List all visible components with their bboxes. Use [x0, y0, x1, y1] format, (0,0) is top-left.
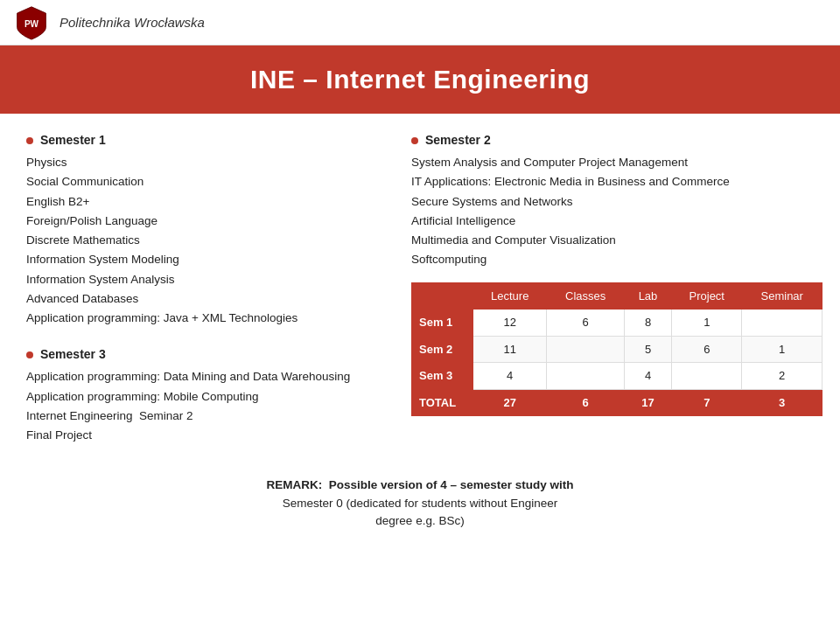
list-item: English B2+ — [26, 192, 385, 212]
cell-classes: 6 — [547, 310, 624, 337]
row-label: Sem 1 — [412, 310, 473, 337]
cell-project: 6 — [672, 336, 742, 363]
university-name: Politechnika Wrocławska — [60, 15, 205, 30]
cell-project: 1 — [672, 310, 742, 337]
table-row-total: TOTAL 27 6 17 7 3 — [412, 389, 822, 416]
remark-text: REMARK: Possible version of 4 – semester… — [26, 476, 814, 530]
cell-seminar: 1 — [742, 336, 822, 363]
cell-classes-total: 6 — [547, 389, 624, 416]
list-item: Application programming: Data Mining and… — [26, 367, 385, 386]
list-item: Secure Systems and Networks — [411, 192, 822, 212]
cell-project — [672, 363, 742, 390]
title-banner: INE – Internet Engineering — [0, 45, 840, 114]
remark-line2: Semester 0 (dedicated for students witho… — [283, 497, 557, 510]
list-item: Discrete Mathematics — [26, 231, 385, 250]
row-label: Sem 3 — [412, 363, 473, 390]
list-item: Artificial Intelligence — [411, 212, 822, 231]
row-label-total: TOTAL — [412, 389, 473, 416]
cell-lab: 5 — [624, 336, 671, 363]
cell-lab: 4 — [624, 363, 671, 390]
main-content: Semester 1 Physics Social Communication … — [0, 114, 840, 463]
remark-bold: REMARK: Possible version of 4 – semester… — [266, 478, 573, 491]
semester-2-header: Semester 2 — [411, 131, 822, 150]
cell-lecture: 12 — [473, 310, 547, 337]
cell-project-total: 7 — [672, 389, 742, 416]
semester-1-label: Semester 1 — [40, 131, 106, 150]
page-title: INE – Internet Engineering — [18, 65, 822, 94]
cell-lab-total: 17 — [624, 389, 671, 416]
left-column: Semester 1 Physics Social Communication … — [0, 114, 402, 463]
cell-classes — [547, 363, 624, 390]
list-item: Application programming: Mobile Computin… — [26, 387, 385, 407]
cell-lecture-total: 27 — [473, 389, 547, 416]
table-row: Sem 3 4 4 2 — [412, 363, 822, 390]
list-item: Social Communication — [26, 172, 385, 191]
cell-seminar-total: 3 — [742, 389, 822, 416]
list-item: Final Project — [26, 426, 385, 445]
table-header-row: Lecture Classes Lab Project Seminar — [412, 282, 822, 310]
page: PW Politechnika Wrocławska INE – Interne… — [0, 0, 840, 626]
list-item: System Analysis and Computer Project Man… — [411, 153, 822, 172]
col-header-seminar: Seminar — [742, 282, 822, 310]
remark-line3: degree e.g. BSc) — [375, 514, 464, 527]
col-header-lecture: Lecture — [473, 282, 547, 310]
university-logo: PW — [14, 5, 49, 40]
row-label: Sem 2 — [412, 336, 473, 363]
credits-table: Lecture Classes Lab Project Seminar Sem … — [411, 282, 822, 417]
table-row: Sem 2 11 5 6 1 — [412, 336, 822, 363]
semester-3-list: Application programming: Data Mining and… — [26, 367, 385, 445]
list-item: Softcomputing — [411, 250, 822, 269]
cell-lecture: 11 — [473, 336, 547, 363]
list-item: IT Applications: Electronic Media in Bus… — [411, 172, 822, 191]
table-row: Sem 1 12 6 8 1 — [412, 310, 822, 337]
col-header-project: Project — [672, 282, 742, 310]
col-header-lab: Lab — [624, 282, 671, 310]
cell-seminar — [742, 310, 822, 337]
list-item: Foreign/Polish Language — [26, 212, 385, 231]
list-item: Internet Engineering Seminar 2 — [26, 407, 385, 426]
svg-text:PW: PW — [24, 18, 39, 28]
semester-3-label: Semester 3 — [40, 345, 106, 364]
cell-lab: 8 — [624, 310, 671, 337]
list-item: Information System Modeling — [26, 250, 385, 269]
list-item: Multimedia and Computer Visualization — [411, 231, 822, 250]
remark-section: REMARK: Possible version of 4 – semester… — [0, 463, 840, 544]
col-header-classes: Classes — [547, 282, 624, 310]
cell-classes — [547, 336, 624, 363]
semester-3-header: Semester 3 — [26, 345, 385, 364]
list-item: Advanced Databases — [26, 289, 385, 309]
semester-2-list: System Analysis and Computer Project Man… — [411, 153, 822, 270]
bullet-icon — [411, 137, 418, 144]
header: PW Politechnika Wrocławska — [0, 0, 840, 45]
list-item: Physics — [26, 153, 385, 172]
semester-1-header: Semester 1 — [26, 131, 385, 150]
list-item: Application programming: Java + XML Tech… — [26, 309, 385, 328]
semester-1-list: Physics Social Communication English B2+… — [26, 153, 385, 328]
right-column: Semester 2 System Analysis and Computer … — [402, 114, 840, 463]
list-item: Information System Analysis — [26, 270, 385, 289]
semester-2-label: Semester 2 — [425, 131, 491, 150]
bullet-icon — [26, 137, 33, 144]
col-header-sem — [412, 282, 473, 310]
bullet-icon — [26, 351, 33, 358]
cell-lecture: 4 — [473, 363, 547, 390]
cell-seminar: 2 — [742, 363, 822, 390]
